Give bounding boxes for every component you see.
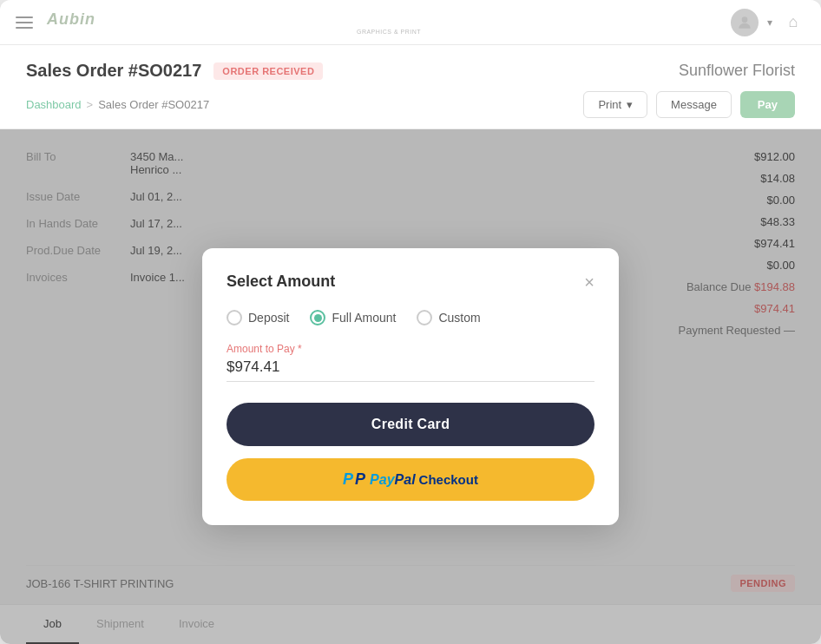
- paypal-pay-word: PayPal: [370, 472, 415, 488]
- home-icon[interactable]: ⌂: [781, 10, 805, 35]
- amount-field-label: Amount to Pay *: [227, 343, 594, 355]
- paypal-checkout-button[interactable]: PP PayPal Checkout: [227, 458, 594, 501]
- amount-input[interactable]: [227, 358, 594, 376]
- required-indicator: *: [298, 343, 302, 355]
- deposit-label: Deposit: [248, 311, 289, 325]
- print-button[interactable]: Print ▾: [583, 91, 647, 118]
- header-actions: Print ▾ Message Pay: [583, 91, 795, 118]
- message-button[interactable]: Message: [656, 91, 732, 118]
- modal-title: Select Amount: [227, 273, 335, 291]
- modal-header: Select Amount ×: [227, 273, 594, 291]
- page-title-left: Sales Order #SO0217 ORDER RECEIVED: [26, 61, 323, 81]
- select-amount-modal: Select Amount × Deposit Full Amount: [202, 248, 619, 525]
- full-amount-radio[interactable]: [310, 310, 325, 325]
- breadcrumb-row: Dashboard > Sales Order #SO0217 Print ▾ …: [26, 91, 795, 128]
- nav-right: ▾ ⌂: [731, 9, 805, 36]
- hamburger-menu[interactable]: [16, 16, 33, 29]
- modal-overlay: Select Amount × Deposit Full Amount: [0, 129, 821, 644]
- page-title: Sales Order #SO0217: [26, 61, 201, 81]
- order-status-badge: ORDER RECEIVED: [213, 62, 323, 80]
- custom-label: Custom: [438, 311, 480, 325]
- breadcrumb-home[interactable]: Dashboard: [26, 98, 82, 111]
- amount-to-pay-label: Amount to Pay: [227, 343, 295, 355]
- avatar[interactable]: [731, 9, 759, 36]
- full-amount-label: Full Amount: [332, 311, 396, 325]
- amount-input-row: [227, 358, 594, 382]
- logo: Aubin GRAPHICS & PRINT: [47, 10, 731, 35]
- breadcrumb-current: Sales Order #SO0217: [98, 98, 209, 111]
- credit-card-button[interactable]: Credit Card: [227, 403, 594, 446]
- option-deposit[interactable]: Deposit: [227, 310, 289, 325]
- amount-radio-group: Deposit Full Amount Custom: [227, 310, 594, 325]
- svg-point-0: [742, 16, 748, 23]
- browser-window: Aubin GRAPHICS & PRINT ▾ ⌂ Sales Order #…: [0, 0, 821, 644]
- deposit-radio[interactable]: [227, 310, 242, 325]
- logo-subtitle: GRAPHICS & PRINT: [47, 29, 731, 35]
- paypal-checkout-label: Checkout: [419, 472, 478, 487]
- paypal-p2-icon: P: [355, 470, 365, 489]
- top-nav: Aubin GRAPHICS & PRINT ▾ ⌂: [0, 0, 821, 45]
- company-name: Sunflower Florist: [679, 62, 795, 80]
- print-label: Print: [598, 98, 621, 111]
- breadcrumb: Dashboard > Sales Order #SO0217: [26, 98, 209, 111]
- option-custom[interactable]: Custom: [417, 310, 480, 325]
- modal-close-button[interactable]: ×: [584, 273, 594, 291]
- paypal-p-icon: P: [343, 470, 353, 489]
- avatar-chevron-icon: ▾: [767, 16, 772, 29]
- main-content: Bill To 3450 Ma... Henrico ... Issue Dat…: [0, 129, 821, 644]
- custom-radio[interactable]: [417, 310, 432, 325]
- pay-button[interactable]: Pay: [740, 91, 795, 118]
- page-title-row: Sales Order #SO0217 ORDER RECEIVED Sunfl…: [26, 61, 795, 81]
- option-full-amount[interactable]: Full Amount: [310, 310, 396, 325]
- page-header: Sales Order #SO0217 ORDER RECEIVED Sunfl…: [0, 45, 821, 129]
- paypal-logo: PP PayPal: [343, 470, 416, 489]
- print-chevron-icon: ▾: [627, 98, 633, 111]
- breadcrumb-separator: >: [87, 98, 94, 111]
